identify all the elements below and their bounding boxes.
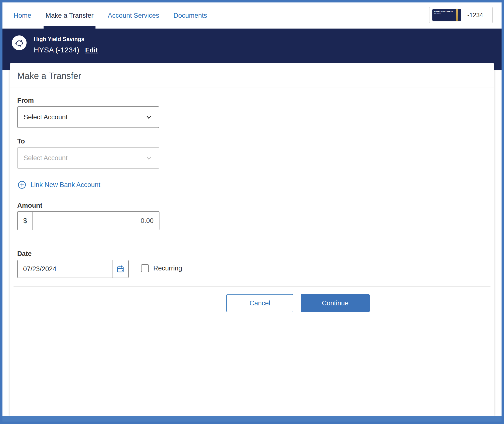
nav-item-make-a-transfer[interactable]: Make a Transfer — [46, 2, 94, 29]
nav-item-home[interactable]: Home — [14, 2, 31, 29]
date-field-group — [17, 260, 129, 278]
recurring-row: Recurring — [141, 264, 182, 272]
transfer-form-card: Make a Transfer From Select Account To S… — [10, 63, 494, 416]
app-window: Home Make a Transfer Account Services Do… — [0, 0, 504, 424]
nav-item-documents[interactable]: Documents — [173, 2, 207, 29]
to-label: To — [17, 138, 25, 145]
amount-field-group: $ — [17, 211, 159, 230]
edit-account-link[interactable]: Edit — [85, 47, 98, 54]
page-title: Make a Transfer — [17, 71, 81, 81]
section-divider — [14, 241, 490, 241]
card-subbrand-text: SAVINGS — [434, 13, 441, 15]
chevron-down-icon — [145, 113, 153, 121]
calendar-picker-button[interactable] — [112, 260, 128, 278]
date-label: Date — [17, 250, 32, 258]
from-account-value: Select Account — [24, 113, 145, 121]
top-navigation: Home Make a Transfer Account Services Do… — [2, 2, 502, 29]
account-number-label: HYSA (-1234) — [34, 46, 79, 54]
amount-label: Amount — [17, 202, 42, 209]
plus-circle-icon — [18, 181, 26, 189]
title-divider — [10, 88, 494, 88]
account-row: HYSA (-1234) Edit — [34, 46, 98, 54]
card-gold-stripe — [456, 9, 458, 21]
continue-button[interactable]: Continue — [301, 294, 370, 312]
savings-card-image: AMERICAN EXPRESS SAVINGS — [432, 9, 461, 21]
card-brand-text: AMERICAN EXPRESS — [434, 11, 453, 12]
date-input[interactable] — [18, 260, 112, 278]
nav-item-account-services[interactable]: Account Services — [108, 2, 159, 29]
chevron-down-icon — [145, 154, 153, 162]
account-last4: -1234 — [467, 12, 483, 19]
piggy-bank-icon — [12, 35, 27, 50]
link-new-bank-account[interactable]: Link New Bank Account — [18, 181, 100, 189]
recurring-checkbox[interactable] — [141, 264, 149, 272]
account-card-chip[interactable]: AMERICAN EXPRESS SAVINGS -1234 — [429, 7, 493, 23]
from-account-select[interactable]: Select Account — [17, 106, 159, 128]
product-name: High Yield Savings — [34, 36, 84, 43]
cancel-button[interactable]: Cancel — [226, 294, 293, 312]
link-new-bank-account-label: Link New Bank Account — [31, 181, 100, 189]
calendar-icon — [116, 265, 125, 273]
amount-input[interactable] — [33, 212, 159, 230]
to-account-select[interactable]: Select Account — [17, 147, 159, 169]
actions-divider — [14, 286, 490, 287]
currency-symbol: $ — [18, 212, 33, 230]
bottom-frame-strip — [2, 416, 502, 422]
recurring-label: Recurring — [153, 265, 182, 272]
from-label: From — [17, 97, 34, 104]
to-account-value: Select Account — [24, 154, 145, 162]
